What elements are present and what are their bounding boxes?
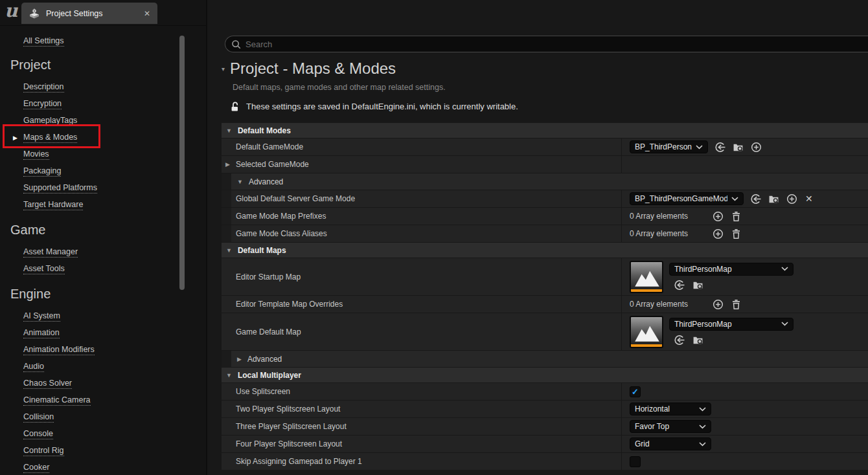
- sidebar-item-cinematic-camera[interactable]: Cinematic Camera: [0, 392, 206, 409]
- sidebar-item-label: Cooker: [23, 463, 49, 473]
- three-player-layout-dropdown[interactable]: Favor Top: [630, 420, 711, 433]
- sidebar-item-label: Audio: [23, 362, 44, 372]
- collapse-caret-icon[interactable]: ▾: [222, 65, 225, 72]
- skip-assigning-gamepad-checkbox[interactable]: [630, 456, 641, 467]
- chevron-down-icon: [699, 407, 706, 412]
- sidebar-item-gameplaytags[interactable]: GameplayTags: [0, 113, 206, 129]
- setting-label: Game Mode Map Prefixes: [236, 212, 326, 221]
- sidebar-item-encryption[interactable]: Encryption: [0, 96, 206, 113]
- row-two-player-splitscreen-layout: Two Player Splitscreen Layout Horizontal: [222, 401, 868, 418]
- sidebar-item-collision[interactable]: Collision: [0, 409, 206, 426]
- expander-down-icon: ▼: [237, 179, 243, 185]
- clear-value-icon[interactable]: ✕: [805, 193, 813, 204]
- sidebar-section-project: Project: [10, 56, 206, 74]
- clear-array-icon[interactable]: [730, 298, 742, 311]
- row-advanced-default-maps[interactable]: ▶ Advanced: [222, 351, 868, 368]
- chevron-down-icon: [781, 267, 788, 271]
- sidebar-item-audio[interactable]: Audio: [0, 359, 206, 375]
- array-elements-count: 0 Array elements: [630, 229, 706, 238]
- settings-sidebar: All Settings Project Description Encrypt…: [0, 26, 206, 475]
- browse-to-asset-icon[interactable]: [732, 141, 744, 153]
- map-asset-thumbnail[interactable]: [630, 316, 663, 348]
- search-icon: [231, 39, 241, 49]
- sidebar-item-movies[interactable]: Movies: [0, 146, 206, 163]
- sidebar-item-all-settings[interactable]: All Settings: [23, 34, 206, 49]
- chevron-down-icon: ▼: [226, 127, 232, 134]
- sidebar-item-chaos-solver[interactable]: Chaos Solver: [0, 375, 206, 392]
- add-array-element-icon[interactable]: [712, 298, 724, 311]
- sidebar-item-target-hardware[interactable]: Target Hardware: [0, 197, 206, 214]
- close-icon[interactable]: ✕: [144, 9, 150, 18]
- page-title: Project - Maps & Modes: [230, 60, 396, 78]
- chevron-down-icon: [699, 442, 706, 447]
- row-global-default-server-game-mode: Global Default Server Game Mode BP_Third…: [222, 190, 868, 208]
- sidebar-item-animation[interactable]: Animation: [0, 325, 206, 342]
- browse-to-asset-icon[interactable]: [768, 193, 780, 205]
- sidebar-item-description[interactable]: Description: [0, 79, 206, 96]
- map-mountain-icon: [632, 318, 662, 344]
- sidebar-item-label: Chaos Solver: [23, 379, 72, 389]
- sidebar-item-asset-tools[interactable]: Asset Tools: [0, 261, 206, 278]
- sidebar-scrollbar-thumb[interactable]: [179, 36, 185, 290]
- use-splitscreen-checkbox[interactable]: ✓: [630, 386, 641, 397]
- use-selected-asset-icon[interactable]: [673, 334, 685, 346]
- project-settings-window: u Project Settings ✕ All Settings Projec…: [0, 0, 868, 475]
- setting-label: Editor Startup Map: [236, 272, 301, 282]
- tab-project-settings[interactable]: Project Settings ✕: [21, 3, 157, 24]
- sidebar-item-control-rig[interactable]: Control Rig: [0, 443, 206, 459]
- use-selected-asset-icon[interactable]: [714, 141, 726, 153]
- sidebar-item-console[interactable]: Console: [0, 426, 206, 443]
- use-selected-asset-icon[interactable]: [673, 279, 685, 291]
- all-settings-label: All Settings: [23, 36, 64, 47]
- setting-label: Four Player Splitscreen Layout: [236, 439, 342, 448]
- default-gamemode-dropdown[interactable]: BP_ThirdPersonGa: [630, 140, 708, 153]
- unreal-engine-logo-icon: u: [5, 0, 17, 21]
- sidebar-item-asset-manager[interactable]: Asset Manager: [0, 244, 206, 261]
- section-header-local-multiplayer[interactable]: ▼ Local Multiplayer: [222, 368, 868, 383]
- search-input[interactable]: [246, 39, 819, 49]
- sidebar-item-label: Target Hardware: [23, 200, 83, 210]
- chevron-down-icon: ▼: [226, 372, 232, 379]
- unlock-icon: [231, 101, 239, 111]
- page-header: ▾ Project - Maps & Modes Default maps, g…: [222, 60, 855, 111]
- sidebar-item-maps-and-modes[interactable]: ▶ Maps & Modes: [0, 129, 206, 146]
- expander-right-icon[interactable]: ▶: [225, 161, 230, 168]
- sidebar-item-label: Encryption: [23, 99, 62, 109]
- search-field[interactable]: [225, 36, 868, 52]
- browse-to-asset-icon[interactable]: [692, 334, 704, 346]
- clear-array-icon[interactable]: [730, 210, 742, 223]
- sidebar-item-packaging[interactable]: Packaging: [0, 163, 206, 180]
- map-asset-thumbnail[interactable]: [630, 261, 663, 293]
- browse-to-asset-icon[interactable]: [692, 279, 704, 291]
- sidebar-item-cooker[interactable]: Cooker: [0, 459, 206, 475]
- setting-label: Game Default Map: [236, 327, 301, 337]
- row-game-mode-map-prefixes: Game Mode Map Prefixes 0 Array elements: [222, 208, 868, 225]
- sidebar-item-supported-platforms[interactable]: Supported Platforms: [0, 180, 206, 197]
- setting-label: Use Splitscreen: [236, 387, 290, 396]
- game-default-map-dropdown[interactable]: ThirdPersonMap: [669, 318, 794, 331]
- setting-label: Game Mode Class Aliases: [236, 229, 327, 238]
- global-server-game-mode-dropdown[interactable]: BP_ThirdPersonGameMode: [630, 192, 744, 205]
- clear-array-icon[interactable]: [730, 228, 742, 240]
- sidebar-item-ai-system[interactable]: AI System: [0, 308, 206, 325]
- add-array-element-icon[interactable]: [712, 210, 724, 223]
- section-header-default-maps[interactable]: ▼ Default Maps: [222, 243, 868, 258]
- sidebar-item-animation-modifiers[interactable]: Animation Modifiers: [0, 342, 206, 359]
- array-elements-count: 0 Array elements: [630, 212, 706, 221]
- section-header-default-modes[interactable]: ▼ Default Modes: [222, 123, 868, 138]
- four-player-layout-dropdown[interactable]: Grid: [630, 437, 711, 450]
- row-default-gamemode: Default GameMode BP_ThirdPersonGa: [222, 138, 868, 156]
- add-new-asset-icon[interactable]: [750, 141, 762, 153]
- editor-startup-map-dropdown[interactable]: ThirdPersonMap: [669, 263, 794, 276]
- add-new-asset-icon[interactable]: [786, 193, 798, 205]
- sidebar-item-label: Collision: [23, 412, 54, 423]
- sidebar-item-label: Movies: [23, 149, 49, 160]
- setting-label: Two Player Splitscreen Layout: [236, 404, 340, 414]
- setting-label: Skip Assigning Gamepad to Player 1: [236, 457, 362, 466]
- row-advanced-default-modes[interactable]: ▼ Advanced: [222, 173, 868, 190]
- two-player-layout-dropdown[interactable]: Horizontal: [630, 403, 711, 415]
- section-title: Default Modes: [238, 126, 291, 135]
- use-selected-asset-icon[interactable]: [749, 193, 762, 205]
- add-array-element-icon[interactable]: [712, 228, 724, 240]
- row-four-player-splitscreen-layout: Four Player Splitscreen Layout Grid: [222, 436, 868, 453]
